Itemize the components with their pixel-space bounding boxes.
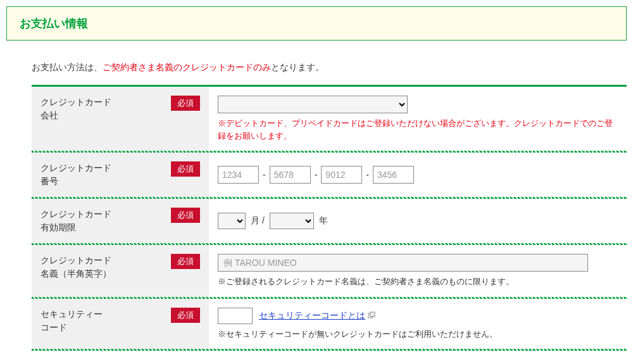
input-cell: セキュリティーコードとは ※セキュリティーコードが無いクレジットカードはご利用い… xyxy=(209,299,627,349)
security-code-help-link[interactable]: セキュリティーコードとは xyxy=(259,310,365,322)
label-card-number: クレジットカード番号 xyxy=(41,161,111,188)
page-title: お支払い情報 xyxy=(20,16,613,31)
label-card-name: クレジットカード名義（半角英字） xyxy=(41,254,111,280)
card-number-4[interactable] xyxy=(373,166,414,184)
input-cell: ※ご登録されるクレジットカード名義は、ご契約者さま名義のものに限ります。 xyxy=(209,245,627,297)
payment-form: クレジットカード会社 必須 ※デビットカード、プリペイドカードはご登録いただけな… xyxy=(32,85,627,351)
label-security-code: セキュリティーコード xyxy=(41,308,103,334)
section-header: お支払い情報 xyxy=(6,6,627,41)
month-suffix: 月 / xyxy=(251,215,265,227)
card-company-select[interactable] xyxy=(218,96,408,113)
security-code-note: ※セキュリティーコードが無いクレジットカードはご利用いただけません。 xyxy=(218,328,618,341)
payment-method-note: お支払い方法は、ご契約者さま名義のクレジットカードのみとなります。 xyxy=(32,62,627,73)
label-cell: セキュリティーコード 必須 xyxy=(32,299,209,349)
note-highlighted: ご契約者さま名義のクレジットカードのみ xyxy=(103,62,271,72)
card-number-3[interactable] xyxy=(321,166,362,184)
row-card-number: クレジットカード番号 必須 - - - xyxy=(32,153,627,198)
required-badge: 必須 xyxy=(171,308,200,323)
note-prefix: お支払い方法は、 xyxy=(32,62,103,72)
label-card-company: クレジットカード会社 xyxy=(41,96,111,122)
separator: - xyxy=(315,170,318,180)
svg-rect-1 xyxy=(370,312,375,317)
separator: - xyxy=(263,170,266,180)
year-suffix: 年 xyxy=(319,215,328,227)
required-badge: 必須 xyxy=(171,161,200,177)
label-cell: クレジットカード名義（半角英字） 必須 xyxy=(32,245,209,297)
content-area: お支払い方法は、ご契約者さま名義のクレジットカードのみとなります。 クレジットカ… xyxy=(0,47,633,357)
input-cell: - - - xyxy=(209,153,627,197)
card-name-note: ※ご登録されるクレジットカード名義は、ご契約者さま名義のものに限ります。 xyxy=(218,275,618,288)
required-badge: 必須 xyxy=(171,208,200,223)
separator: - xyxy=(366,170,369,180)
row-divider xyxy=(32,349,627,351)
expiry-year-select[interactable] xyxy=(270,213,314,229)
required-badge: 必須 xyxy=(171,96,200,111)
expiry-month-select[interactable] xyxy=(218,213,246,229)
card-name-input[interactable] xyxy=(218,254,588,272)
row-security-code: セキュリティーコード 必須 セキュリティーコードとは ※セキュリティーコードが無… xyxy=(32,299,627,350)
input-cell: ※デビットカード、プリペイドカードはご登録いただけない場合がございます。クレジッ… xyxy=(209,87,627,151)
row-card-company: クレジットカード会社 必須 ※デビットカード、プリペイドカードはご登録いただけな… xyxy=(32,87,627,151)
security-code-input[interactable] xyxy=(218,308,253,324)
card-company-note: ※デビットカード、プリペイドカードはご登録いただけない場合がございます。クレジッ… xyxy=(218,117,618,142)
note-suffix: となります。 xyxy=(271,62,324,72)
card-number-1[interactable] xyxy=(218,166,259,184)
card-number-2[interactable] xyxy=(270,166,311,184)
input-cell: 月 / 年 xyxy=(209,199,627,243)
row-card-expiry: クレジットカード有効期限 必須 月 / 年 xyxy=(32,199,627,244)
label-card-expiry: クレジットカード有効期限 xyxy=(41,208,111,234)
label-cell: クレジットカード会社 必須 xyxy=(32,87,209,151)
required-badge: 必須 xyxy=(171,254,200,269)
row-card-name: クレジットカード名義（半角英字） 必須 ※ご登録されるクレジットカード名義は、ご… xyxy=(32,245,627,298)
label-cell: クレジットカード有効期限 必須 xyxy=(32,199,209,243)
label-cell: クレジットカード番号 必須 xyxy=(32,153,209,197)
external-link-icon xyxy=(368,311,375,321)
